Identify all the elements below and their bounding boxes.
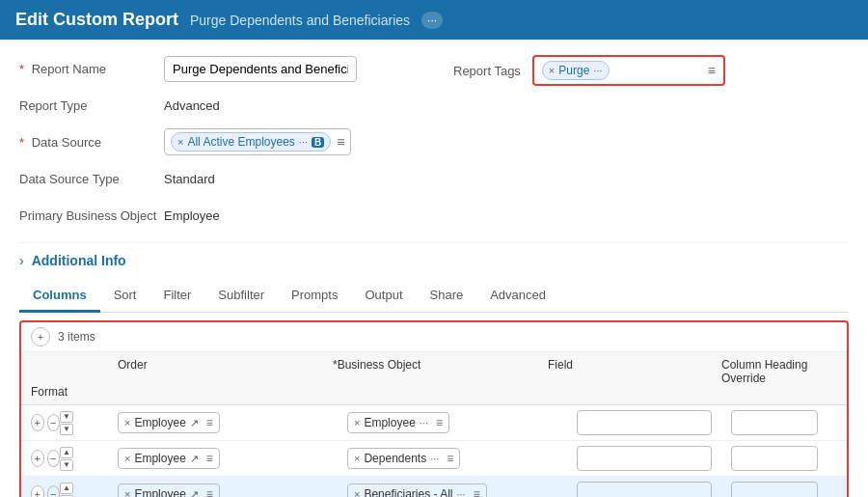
row-3-arrow-group: ▲ ▲ bbox=[60, 483, 73, 498]
tab-output[interactable]: Output bbox=[351, 280, 416, 313]
row-2-format-input[interactable] bbox=[731, 446, 818, 471]
data-source-type-row: Data Source Type Standard bbox=[19, 165, 415, 192]
field-chip-x-2[interactable]: × bbox=[354, 453, 360, 464]
row-3-list-icon[interactable]: ≡ bbox=[206, 487, 213, 497]
row-2-col-override-input[interactable] bbox=[577, 446, 712, 471]
add-row-1-button[interactable]: + bbox=[31, 414, 44, 431]
remove-row-2-button[interactable]: − bbox=[47, 450, 61, 467]
chip-x-2[interactable]: × bbox=[124, 453, 130, 464]
row-2-field-list-icon[interactable]: ≡ bbox=[447, 452, 453, 465]
report-name-row: * Report Name bbox=[19, 55, 415, 82]
col-header-format: Format bbox=[31, 385, 118, 399]
add-row-2-button[interactable]: + bbox=[31, 450, 44, 467]
row-3-format-input[interactable] bbox=[731, 482, 818, 497]
form-right: Report Tags × Purge ··· ≡ bbox=[434, 55, 849, 238]
row-2-controls: + − bbox=[31, 450, 60, 467]
tag-chip-close-icon[interactable]: × bbox=[549, 65, 555, 76]
tab-share[interactable]: Share bbox=[417, 280, 477, 313]
report-tags-box: × Purge ··· ≡ bbox=[532, 55, 725, 86]
list-icon[interactable]: ≡ bbox=[337, 134, 344, 150]
columns-table: + 3 items Order *Business Object Field C… bbox=[19, 320, 849, 497]
row-2-list-icon[interactable]: ≡ bbox=[206, 452, 213, 465]
header-more-button[interactable]: ··· bbox=[421, 12, 443, 29]
row-1-format bbox=[731, 410, 837, 435]
report-type-value: Advanced bbox=[164, 98, 220, 113]
row-3-bo-label: Employee bbox=[134, 487, 185, 497]
chip-x[interactable]: × bbox=[124, 417, 130, 428]
row-1-col-override-input[interactable] bbox=[577, 410, 712, 435]
items-count: 3 items bbox=[58, 330, 95, 344]
row-1-business-object-cell: × Employee ↗ ≡ bbox=[118, 412, 347, 433]
chip-close-icon[interactable]: × bbox=[177, 136, 183, 148]
col-header-column-heading: Column Heading Override bbox=[721, 358, 837, 385]
field-chip-x-3[interactable]: × bbox=[354, 488, 360, 497]
required-star-2: * bbox=[19, 135, 24, 150]
row-1-field-dots[interactable]: ··· bbox=[420, 417, 428, 428]
tab-filter[interactable]: Filter bbox=[149, 280, 204, 313]
data-source-chip[interactable]: × All Active Employees ··· B bbox=[171, 132, 331, 152]
row-2-bo-label: Employee bbox=[134, 452, 185, 465]
row-3-field-list-icon[interactable]: ≡ bbox=[474, 487, 480, 497]
row-1-field-list-icon[interactable]: ≡ bbox=[436, 416, 443, 429]
report-tag-chip[interactable]: × Purge ··· bbox=[542, 61, 610, 80]
row-3-field-dots[interactable]: ··· bbox=[456, 488, 465, 497]
chevron-right-icon: › bbox=[19, 253, 24, 268]
row-2-field-dots[interactable]: ··· bbox=[430, 453, 439, 464]
row-2-external-link-icon[interactable]: ↗ bbox=[190, 453, 199, 465]
row-3-up-arrow[interactable]: ▲ bbox=[60, 483, 73, 494]
row-1-format-input[interactable] bbox=[731, 410, 818, 435]
primary-business-object-row: Primary Business Object Employee bbox=[19, 202, 415, 229]
row-1-controls: + − bbox=[31, 414, 60, 431]
tab-subfilter[interactable]: Subfilter bbox=[204, 280, 278, 313]
row-2-up-arrow[interactable]: ▲ bbox=[60, 447, 73, 458]
chip-x-3[interactable]: × bbox=[124, 488, 130, 497]
report-name-input[interactable] bbox=[164, 56, 357, 82]
data-source-row: * Data Source × All Active Employees ···… bbox=[19, 128, 415, 155]
tab-sort[interactable]: Sort bbox=[100, 280, 150, 313]
additional-info-section[interactable]: › Additional Info bbox=[19, 242, 849, 274]
row-3-col-override-input[interactable] bbox=[577, 482, 712, 497]
col-header-business-object: *Business Object bbox=[333, 358, 548, 385]
data-source-chip-container: × All Active Employees ··· B ≡ bbox=[164, 128, 351, 155]
row-2-field-cell: × Dependents ··· ≡ bbox=[347, 448, 577, 469]
col-header-order-label: Order bbox=[118, 358, 333, 385]
row-1-down-arrow[interactable]: ▼ bbox=[60, 411, 73, 423]
additional-info-label: Additional Info bbox=[32, 253, 126, 268]
row-2-business-object-cell: × Employee ↗ ≡ bbox=[118, 448, 347, 469]
row-1-list-icon[interactable]: ≡ bbox=[206, 416, 213, 429]
row-1-down-arrow-2[interactable]: ▼ bbox=[60, 424, 73, 435]
report-tags-label: Report Tags bbox=[453, 64, 521, 78]
report-tags-list-icon[interactable]: ≡ bbox=[708, 63, 716, 78]
required-star: * bbox=[19, 62, 24, 76]
row-1-field-cell: × Employee ··· ≡ bbox=[347, 412, 577, 433]
row-3-business-object-cell: × Employee ↗ ≡ bbox=[118, 483, 347, 497]
tab-columns[interactable]: Columns bbox=[19, 280, 100, 313]
chip-label: All Active Employees bbox=[187, 135, 294, 149]
chip-more-icon[interactable]: ··· bbox=[299, 136, 308, 148]
primary-business-object-label: Primary Business Object bbox=[19, 208, 164, 223]
table-toolbar: + 3 items bbox=[21, 322, 847, 352]
tab-prompts[interactable]: Prompts bbox=[278, 280, 351, 313]
add-row-button[interactable]: + bbox=[31, 327, 50, 346]
row-3-field-cell: × Beneficiaries - All ··· ≡ bbox=[347, 483, 577, 497]
add-row-3-button[interactable]: + bbox=[31, 485, 44, 497]
field-chip-x[interactable]: × bbox=[354, 417, 360, 428]
row-2-arrow-group: ▲ ▼ bbox=[60, 447, 73, 471]
row-3-field-label: Beneficiaries - All bbox=[364, 487, 452, 497]
row-1-arrows: ▼ ▼ bbox=[60, 411, 118, 435]
tabs-container: Columns Sort Filter Subfilter Prompts Ou… bbox=[19, 280, 849, 313]
tab-advanced[interactable]: Advanced bbox=[476, 280, 559, 313]
remove-row-3-button[interactable]: − bbox=[47, 485, 61, 497]
tag-chip-more-icon[interactable]: ··· bbox=[593, 65, 602, 76]
report-tags-row: Report Tags × Purge ··· ≡ bbox=[453, 55, 849, 86]
data-source-label: * Data Source bbox=[19, 135, 164, 150]
row-3-external-link-icon[interactable]: ↗ bbox=[190, 488, 199, 498]
remove-row-1-button[interactable]: − bbox=[47, 414, 61, 431]
tag-chip-label: Purge bbox=[558, 64, 589, 77]
col-header-order bbox=[31, 358, 118, 385]
row-2-col-override bbox=[577, 446, 731, 471]
form-left: * Report Name Report Type Advanced * Dat… bbox=[19, 55, 434, 238]
page-title: Edit Custom Report bbox=[15, 10, 178, 30]
row-2-down-arrow[interactable]: ▼ bbox=[60, 459, 73, 471]
row-1-external-link-icon[interactable]: ↗ bbox=[190, 417, 199, 429]
